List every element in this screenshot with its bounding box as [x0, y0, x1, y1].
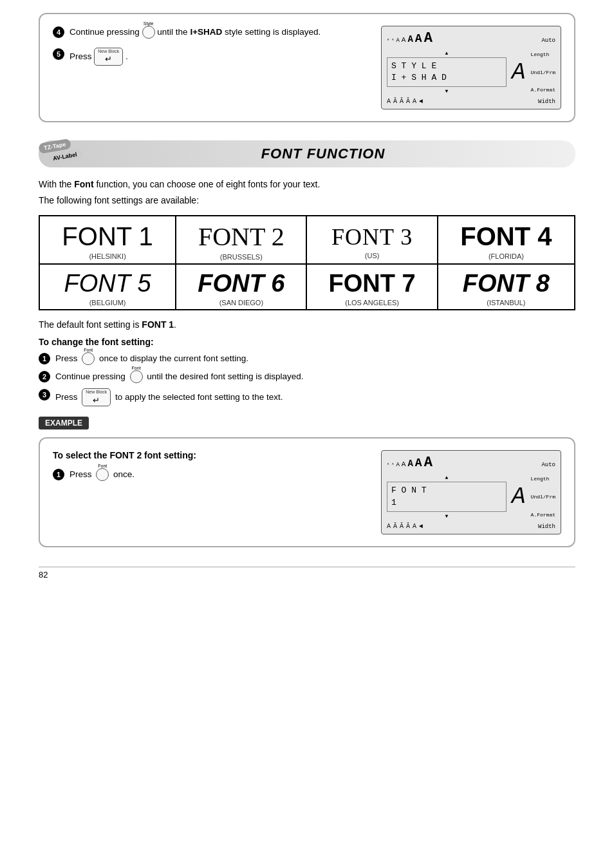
lcd-auto: Auto: [541, 37, 555, 44]
example-lcd-auto: Auto: [541, 462, 555, 468]
font5-display: FONT 5: [42, 270, 172, 297]
font4-display: FONT 4: [441, 222, 572, 251]
ex-arrow-up: ▲: [387, 475, 507, 480]
style-key-label: Style: [144, 21, 154, 27]
step2-num: 2: [39, 371, 50, 382]
arrow-down: ▼: [387, 88, 507, 94]
example-lcd-right-labels: Length Undl/Frm A.Format: [531, 475, 555, 518]
example-badge: EXAMPLE: [39, 417, 89, 429]
arrow-up: ▲: [387, 50, 507, 56]
top-lcd-area: ᴬ ᴬ A A A A A Auto ▲ S T Y L E I + S H A…: [381, 26, 561, 109]
ishad-text: I+SHAD: [190, 27, 222, 37]
lcd-right-labels: Length Undl/Frm A.Format: [531, 50, 555, 94]
ex-arrow-down: ▼: [387, 513, 507, 519]
example-lcd-big-char: A: [509, 475, 528, 518]
font-table: FONT 1 (HELSINKI) FONT 2 (BRUSSELS) FONT…: [39, 215, 575, 310]
font2-display: FONT 2: [179, 222, 303, 252]
font1-cell: FONT 1 (HELSINKI): [39, 216, 176, 264]
lcd-top-row: ᴬ ᴬ A A A A A Auto: [387, 30, 555, 46]
example-box: To select the FONT 2 font setting: 1 Pre…: [39, 437, 575, 547]
font-key-label-2: Font: [132, 365, 141, 372]
page-number: 82: [39, 567, 575, 580]
font-table-row2: FONT 5 (BELGIUM) FONT 6 (SAN DIEGO) FONT…: [39, 264, 575, 310]
enter-icon: ↵: [105, 54, 112, 64]
step3-text: Press New Block ↵ to apply the selected …: [55, 388, 575, 406]
step1-text: Press Font once to display the current f…: [55, 352, 575, 365]
example-title: To select the FONT 2 font setting:: [53, 450, 368, 460]
lcd-bottom-row: A Ā Ā Ā A ◄ Width: [387, 98, 555, 105]
step1-num: 1: [39, 353, 50, 364]
intro-line2: The following font settings are availabl…: [39, 194, 575, 207]
example-lcd: ᴬ ᴬ A A A A A Auto ▲ F O N T 1 ▼ A: [381, 450, 561, 534]
font3-name: (US): [310, 252, 434, 259]
font4-name: (FLORIDA): [441, 252, 572, 260]
example-step1-text: Press Font once.: [70, 468, 368, 481]
lcd-line2: I + S H A D: [391, 72, 502, 84]
example-lcd-top: ᴬ ᴬ A A A A A Auto: [387, 455, 555, 471]
example-lcd-content: F O N T 1: [387, 482, 507, 511]
font4-cell: FONT 4 (FLORIDA): [438, 216, 575, 264]
default-text: The default font setting is FONT 1.: [39, 318, 575, 332]
font8-cell: FONT 8 (ISTANBUL): [438, 264, 575, 310]
section-title: FONT FUNCTION: [261, 146, 386, 162]
example-lcd-line1: F O N T: [391, 485, 502, 496]
font8-display: FONT 8: [441, 270, 572, 297]
font5-cell: FONT 5 (BELGIUM): [39, 264, 176, 310]
font7-name: (LOS ANGELES): [310, 299, 434, 307]
step-4-text: Continue pressing Style until the I+SHAD…: [70, 26, 368, 39]
step-4: 4 Continue pressing Style until the I+SH…: [53, 26, 368, 39]
lcd-line1: S T Y L E: [391, 61, 502, 72]
font-key-label-1: Font: [84, 347, 93, 354]
example-lcd-area: ᴬ ᴬ A A A A A Auto ▲ F O N T 1 ▼ A: [381, 450, 561, 534]
font6-name: (SAN DIEGO): [179, 299, 303, 307]
top-instruction-left: 4 Continue pressing Style until the I+SH…: [53, 26, 368, 75]
step2-text: Continue pressing Font until the desired…: [55, 370, 575, 383]
section-header: TZ-Tape AV-Label FONT FUNCTION: [39, 140, 575, 167]
top-instruction-box: 4 Continue pressing Style until the I+SH…: [39, 13, 575, 122]
newblock-label-top: New Block: [98, 49, 119, 54]
font2-cell: FONT 2 (BRUSSELS): [176, 216, 306, 264]
example-left: To select the FONT 2 font setting: 1 Pre…: [53, 450, 368, 490]
change-heading: To change the font setting:: [39, 337, 575, 347]
top-lcd-display: ᴬ ᴬ A A A A A Auto ▲ S T Y L E I + S H A…: [381, 26, 561, 109]
step-2: 2 Continue pressing Font until the desir…: [39, 370, 575, 383]
steps-list: 1 Press Font once to display the current…: [39, 352, 575, 406]
font6-cell: FONT 6 (SAN DIEGO): [176, 264, 306, 310]
step-5-num: 5: [53, 48, 64, 60]
font2-name: (BRUSSELS): [179, 253, 303, 261]
step-3: 3 Press New Block ↵ to apply the selecte…: [39, 388, 575, 406]
tape-badge: TZ-Tape AV-Label: [39, 140, 97, 168]
font1-name: (HELSINKI): [42, 252, 172, 260]
example-lcd-bottom: A Ā Ā Ā A ◄ Width: [387, 523, 555, 530]
font-key-label-ex: Font: [98, 463, 107, 469]
lcd-width-label: Width: [538, 99, 555, 105]
step-4-num: 4: [53, 26, 64, 38]
font3-display: FONT 3: [310, 223, 434, 250]
enter-icon-2: ↵: [93, 395, 100, 406]
example-lcd-line2: 1: [391, 497, 502, 509]
font6-display: FONT 6: [179, 270, 303, 297]
font8-name: (ISTANBUL): [441, 299, 572, 307]
font5-name: (BELGIUM): [42, 299, 172, 307]
step3-num: 3: [39, 389, 50, 401]
font1-display: FONT 1: [42, 222, 172, 251]
lcd-big-char: A: [509, 50, 528, 94]
step-5: 5 Press New Block ↵ .: [53, 48, 368, 66]
font3-cell: FONT 3 (US): [306, 216, 437, 264]
lcd-content-style: S T Y L E I + S H A D: [387, 57, 507, 87]
section-header-bg: FONT FUNCTION: [39, 140, 575, 167]
default-bold: FONT 1: [142, 319, 174, 330]
font7-display: FONT 7: [310, 270, 434, 297]
font-table-row1: FONT 1 (HELSINKI) FONT 2 (BRUSSELS) FONT…: [39, 216, 575, 264]
font7-cell: FONT 7 (LOS ANGELES): [306, 264, 437, 310]
step-5-text: Press New Block ↵ .: [70, 48, 368, 66]
lcd-main: ▲ S T Y L E I + S H A D ▼ A Length Undl/…: [387, 50, 555, 94]
example-step1-num: 1: [53, 469, 64, 480]
step-1: 1 Press Font once to display the current…: [39, 352, 575, 365]
intro-line1: With the Font function, you can choose o…: [39, 178, 575, 191]
example-lcd-main: ▲ F O N T 1 ▼ A Length Undl/Frm A.Format: [387, 475, 555, 518]
newblock-label-2: New Block: [86, 390, 107, 395]
example-lcd-width: Width: [538, 524, 555, 530]
example-step1: 1 Press Font once.: [53, 468, 368, 481]
